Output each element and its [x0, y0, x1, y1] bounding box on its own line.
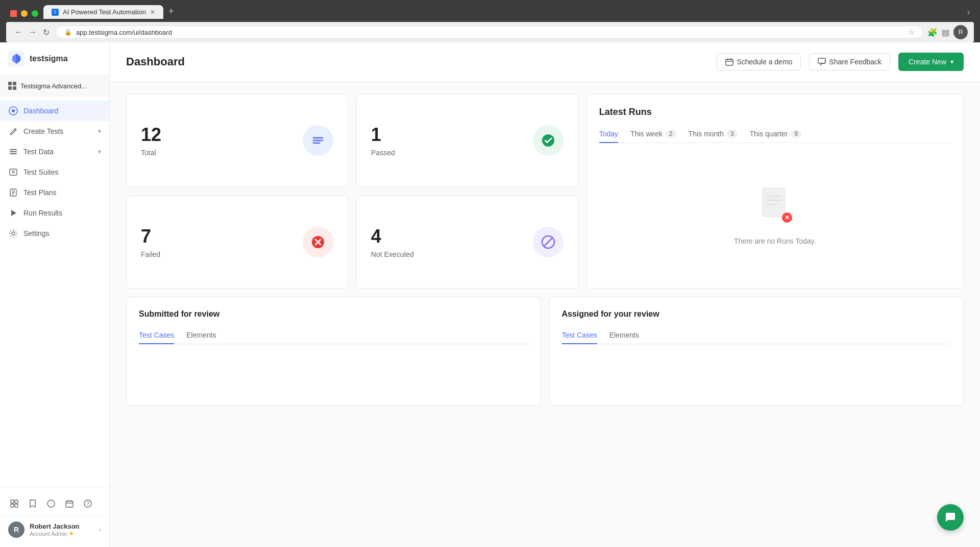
help-icon[interactable]: ?	[80, 495, 96, 512]
stat-icon-failed	[303, 227, 333, 257]
share-feedback-label: Share Feedback	[829, 58, 881, 66]
stat-info-failed: 7 Failed	[141, 226, 160, 258]
sidebar-item-dashboard[interactable]: Dashboard	[0, 101, 109, 121]
user-role: Account Admin ★	[30, 530, 94, 537]
create-tests-arrow-icon: ▾	[98, 128, 101, 135]
sidebar-logo: testsigma	[0, 42, 109, 76]
minimize-button[interactable]	[21, 10, 28, 17]
lock-icon: 🔒	[64, 29, 72, 36]
tab-close-icon[interactable]: ✕	[150, 9, 155, 16]
browser-tab[interactable]: T AI Powered Test Automation ✕	[43, 5, 163, 19]
new-tab-button[interactable]: +	[164, 4, 178, 19]
address-bar[interactable]: 🔒 app.testsigma.com/ui/dashboard ☆	[56, 26, 923, 39]
user-section[interactable]: R Robert Jackson Account Admin ★ ›	[0, 516, 109, 543]
test-data-icon	[8, 147, 18, 157]
sidebar-item-test-suites[interactable]: Test Suites	[0, 162, 109, 182]
svg-rect-30	[818, 58, 825, 63]
runs-tabs: Today This week 2 This month 3 This quar…	[599, 126, 951, 143]
empty-message: There are no Runs Today.	[734, 237, 816, 245]
profile-icon[interactable]: R	[953, 25, 968, 39]
sidebar-item-test-plans-label: Test Plans	[23, 188, 57, 197]
workspace-selector[interactable]: Testsigma Advanced...	[0, 76, 109, 97]
chevron-down-icon: ▾	[950, 58, 953, 65]
grid-icon[interactable]	[6, 495, 22, 512]
latest-runs-title: Latest Runs	[599, 107, 951, 117]
sidebar: testsigma Testsigma Advanced... Dashboar…	[0, 42, 110, 547]
assigned-elements-tab[interactable]: Elements	[609, 327, 639, 344]
svg-rect-38	[763, 188, 785, 217]
share-feedback-button[interactable]: Share Feedback	[809, 53, 890, 70]
forward-button[interactable]: →	[27, 27, 39, 38]
dashboard-icon	[8, 106, 18, 116]
assigned-review-content	[562, 352, 951, 393]
sidebar-item-test-data[interactable]: Test Data ▾	[0, 141, 109, 162]
sidebar-item-run-results[interactable]: Run Results	[0, 203, 109, 223]
svg-rect-3	[10, 149, 17, 150]
x-circle-icon	[310, 234, 326, 250]
submitted-review-content	[139, 352, 528, 393]
schedule-demo-button[interactable]: Schedule a demo	[717, 53, 801, 70]
tab-arrow-icon: ›	[963, 6, 974, 19]
stat-number-not-executed: 4	[371, 226, 414, 247]
toolbar-icons: 🧩 ▤ R	[927, 25, 968, 39]
svg-rect-4	[10, 151, 17, 152]
run-tab-this-quarter[interactable]: This quarter 9	[750, 126, 801, 143]
list-icon	[310, 133, 326, 148]
logo-text: testsigma	[30, 54, 68, 63]
workspace-name: Testsigma Advanced...	[20, 82, 101, 90]
reload-button[interactable]: ↻	[41, 27, 52, 38]
bookmark-icon[interactable]	[24, 495, 41, 512]
sidebar-icon[interactable]: ▤	[942, 28, 949, 37]
svg-rect-6	[10, 169, 17, 175]
sidebar-item-create-tests[interactable]: Create Tests ▾	[0, 121, 109, 141]
chat-icon	[944, 511, 957, 524]
stat-number-passed: 1	[371, 124, 395, 146]
this-month-badge: 3	[727, 130, 738, 138]
svg-rect-20	[66, 501, 73, 507]
schedule-demo-label: Schedule a demo	[737, 58, 792, 66]
tab-title: AI Powered Test Automation	[63, 8, 146, 16]
stat-label-passed: Passed	[371, 149, 395, 157]
stat-info-not-executed: 4 Not Executed	[371, 226, 414, 258]
assigned-review-section: Assigned for your review Test Cases Elem…	[549, 297, 964, 406]
bottom-sections: Submitted for review Test Cases Elements…	[126, 297, 964, 406]
close-button[interactable]	[10, 10, 17, 17]
sidebar-item-settings[interactable]: Settings	[0, 223, 109, 244]
url-text: app.testsigma.com/ui/dashboard	[76, 29, 904, 36]
back-button[interactable]: ←	[12, 27, 24, 38]
submitted-test-cases-tab[interactable]: Test Cases	[139, 327, 174, 344]
stat-info-passed: 1 Passed	[371, 124, 395, 157]
star-icon[interactable]: ☆	[908, 28, 915, 36]
chat-button[interactable]	[937, 504, 964, 531]
stat-card-failed: 7 Failed	[126, 196, 348, 289]
extensions-icon[interactable]: 🧩	[927, 28, 938, 37]
run-tab-this-week[interactable]: This week 2	[630, 126, 676, 143]
stat-number-failed: 7	[141, 226, 160, 247]
create-new-button[interactable]: Create New ▾	[898, 53, 964, 71]
submitted-elements-tab[interactable]: Elements	[186, 327, 216, 344]
stat-icon-passed	[533, 125, 564, 156]
stat-info-total: 12 Total	[141, 124, 161, 157]
sidebar-item-test-suites-label: Test Suites	[23, 168, 58, 176]
circle-icon[interactable]	[43, 495, 59, 512]
maximize-button[interactable]	[32, 10, 38, 17]
svg-marker-13	[11, 210, 16, 216]
stat-icon-total	[303, 125, 333, 156]
browser-chrome: T AI Powered Test Automation ✕ + › ← → ↻…	[0, 0, 980, 42]
star-icon: ★	[69, 530, 74, 537]
sidebar-item-test-plans[interactable]: Test Plans	[0, 182, 109, 203]
workspace-grid-icon	[8, 82, 16, 90]
assigned-test-cases-tab[interactable]: Test Cases	[562, 327, 597, 344]
dashboard-content: 12 Total	[110, 82, 980, 547]
svg-point-14	[12, 232, 15, 235]
run-tab-this-month[interactable]: This month 3	[689, 126, 738, 143]
svg-rect-18	[15, 504, 18, 507]
run-tab-today[interactable]: Today	[599, 126, 618, 143]
stat-card-not-executed: 4 Not Executed	[356, 196, 578, 289]
test-plans-icon	[8, 187, 18, 198]
svg-point-2	[12, 109, 15, 112]
calendar-icon[interactable]	[61, 495, 78, 512]
svg-rect-26	[726, 59, 733, 65]
nav-buttons: ← → ↻	[12, 27, 52, 38]
page-title: Dashboard	[126, 55, 708, 68]
